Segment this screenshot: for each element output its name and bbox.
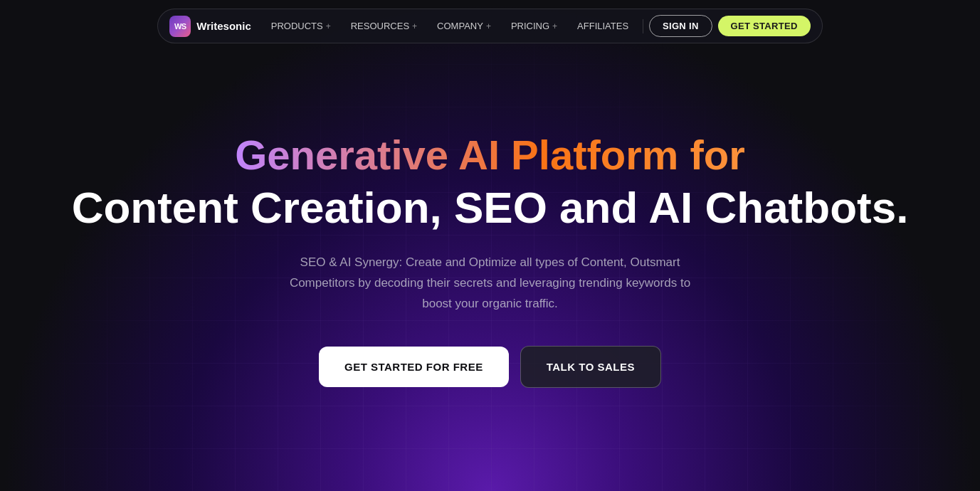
hero-buttons: GET STARTED FOR FREE TALK TO SALES bbox=[319, 346, 661, 388]
brand-name: Writesonic bbox=[196, 20, 251, 32]
products-plus-icon: + bbox=[326, 21, 331, 31]
resources-plus-icon: + bbox=[412, 21, 417, 31]
brand-logo-icon: WS bbox=[169, 16, 191, 37]
nav-item-affiliates[interactable]: AFFILIATES bbox=[569, 16, 637, 36]
nav-item-pricing[interactable]: PRICING + bbox=[502, 16, 566, 36]
nav-item-resources[interactable]: RESOURCES + bbox=[342, 16, 426, 36]
nav-getstarted-button[interactable]: GET STARTED bbox=[718, 16, 811, 36]
navbar: WS Writesonic PRODUCTS + RESOURCES + COM… bbox=[0, 0, 980, 52]
hero-section: Generative AI Platform for Content Creat… bbox=[0, 0, 980, 491]
navbar-inner: WS Writesonic PRODUCTS + RESOURCES + COM… bbox=[157, 9, 822, 43]
nav-item-products[interactable]: PRODUCTS + bbox=[263, 16, 339, 36]
pricing-plus-icon: + bbox=[552, 21, 557, 31]
brand-logo-link[interactable]: WS Writesonic bbox=[169, 16, 251, 37]
hero-title-line1: Generative AI Platform for bbox=[235, 132, 745, 179]
page-wrapper: WS Writesonic PRODUCTS + RESOURCES + COM… bbox=[0, 0, 980, 491]
nav-divider bbox=[643, 19, 643, 33]
signin-button[interactable]: SIGN IN bbox=[649, 15, 712, 37]
company-plus-icon: + bbox=[486, 21, 491, 31]
brand-logo-text: WS bbox=[174, 22, 186, 31]
hero-title-line2: Content Creation, SEO and AI Chatbots. bbox=[72, 182, 909, 233]
get-started-free-button[interactable]: GET STARTED FOR FREE bbox=[319, 347, 509, 387]
hero-subtitle: SEO & AI Synergy: Create and Optimize al… bbox=[284, 253, 697, 315]
nav-item-company[interactable]: COMPANY + bbox=[428, 16, 500, 36]
talk-to-sales-button[interactable]: TALK TO SALES bbox=[520, 346, 661, 388]
